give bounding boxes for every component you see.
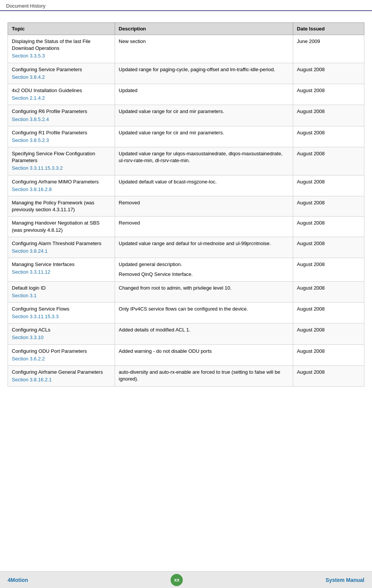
- topic-cell: Managing the Policy Framework (was previ…: [8, 196, 115, 217]
- description-text: Removed: [119, 199, 289, 206]
- description-text: Updated value range for ulqos-maxsustain…: [119, 150, 289, 164]
- description-cell: Added details of modified ACL 1.: [115, 323, 293, 344]
- topic-cell: 4x2 ODU Installation GuidelinesSection 2…: [8, 84, 115, 105]
- date-cell: August 2008: [293, 323, 364, 344]
- topic-cell: Configuring R1 Profile ParametersSection…: [8, 126, 115, 147]
- date-cell: August 2008: [293, 126, 364, 147]
- date-cell: August 2008: [293, 175, 364, 196]
- section-link[interactable]: Section 3.3.10: [12, 334, 111, 341]
- table-row: Specifying Service Flow Configuration Pa…: [8, 147, 364, 175]
- section-link[interactable]: Section 3.8.16.2.8: [12, 186, 111, 193]
- topic-text: Configuring Airframe General Parameters: [12, 369, 103, 375]
- section-link[interactable]: Section 3.6.2.2: [12, 355, 111, 362]
- date-cell: August 2008: [293, 237, 364, 258]
- topic-text: Configuring ODU Port Parameters: [12, 348, 87, 354]
- description-cell: Updated value range for ulqos-maxsustain…: [115, 147, 293, 175]
- date-cell: August 2008: [293, 196, 364, 217]
- section-link[interactable]: Section 3.8.24.1: [12, 248, 111, 255]
- section-link[interactable]: Section 3.8.5.2.3: [12, 137, 111, 144]
- table-row: Managing Handover Negotiation at SBS (wa…: [8, 217, 364, 237]
- footer-left-text: 4Motion: [8, 577, 28, 583]
- topic-text: 4x2 ODU Installation Guidelines: [12, 88, 82, 93]
- topic-text: Configuring Alarm Threshold Parameters: [12, 241, 101, 246]
- description-cell: Changed from root to admin, with privile…: [115, 281, 293, 302]
- section-link[interactable]: Section 3.8.16.2.1: [12, 376, 111, 383]
- table-row: Configuring ODU Port ParametersSection 3…: [8, 344, 364, 365]
- date-cell: August 2008: [293, 147, 364, 175]
- topic-cell: Managing Service InterfacesSection 3.3.1…: [8, 258, 115, 281]
- section-link[interactable]: Section 3.3.11.15.3.3.2: [12, 165, 111, 172]
- description-text: Updated default value of bcast-msgzone-l…: [119, 178, 289, 185]
- topic-text: Configuring Airframe MIMO Parameters: [12, 179, 99, 185]
- description-text: Updated: [119, 87, 289, 94]
- page-header: Document History: [0, 0, 372, 11]
- topic-text: Configuring Service Flows: [12, 306, 69, 312]
- date-cell: August 2008: [293, 217, 364, 237]
- topic-text: Configuring Service Parameters: [12, 67, 82, 72]
- description-text: Updated value range for cir and mir para…: [119, 108, 289, 115]
- description-cell: Updated value range and defaul for ul-me…: [115, 237, 293, 258]
- description-text: Updated value range for cir and mir para…: [119, 129, 289, 136]
- description-cell: Updated: [115, 84, 293, 105]
- date-cell: June 2009: [293, 35, 364, 63]
- topic-text: Configuring R6 Profile Parameters: [12, 108, 87, 114]
- topic-cell: Configuring Airframe MIMO ParametersSect…: [8, 175, 115, 196]
- table-row: Configuring Airframe General ParametersS…: [8, 366, 364, 387]
- table-row: Configuring Service ParametersSection 3.…: [8, 63, 364, 84]
- table-row: Configuring R1 Profile ParametersSection…: [8, 126, 364, 147]
- date-cell: August 2008: [293, 258, 364, 281]
- table-row: Displaying the Status of the last File D…: [8, 35, 364, 63]
- table-row: Configuring Airframe MIMO ParametersSect…: [8, 175, 364, 196]
- description-cell: New section: [115, 35, 293, 63]
- description-cell: Added warning - do not disable ODU ports: [115, 344, 293, 365]
- page-footer: 4Motion xx System Manual: [0, 571, 372, 588]
- description-text: auto-diversity and auto-rx-enable are fo…: [119, 369, 289, 382]
- col-header-topic: Topic: [8, 23, 115, 35]
- topic-cell: Displaying the Status of the last File D…: [8, 35, 115, 63]
- description-text: Removed: [119, 220, 289, 226]
- topic-text: Specifying Service Flow Configuration Pa…: [12, 151, 95, 163]
- description-cell: Updated value range for cir and mir para…: [115, 126, 293, 147]
- description-text: Only IPv4CS service flows can be configu…: [119, 306, 289, 312]
- description-text: Removed QinQ Service Interface.: [119, 271, 289, 278]
- table-row: Configuring Service FlowsSection 3.3.11.…: [8, 302, 364, 323]
- description-text: Added warning - do not disable ODU ports: [119, 348, 289, 355]
- document-history-table: Topic Description Date Issued Displaying…: [8, 22, 364, 387]
- section-link[interactable]: Section 3.8.5.2.4: [12, 116, 111, 123]
- description-cell: Updated value range for cir and mir para…: [115, 105, 293, 126]
- topic-text: Configuring ACLs: [12, 327, 50, 333]
- description-text: Changed from root to admin, with privile…: [119, 285, 289, 292]
- description-text: Added details of modified ACL 1.: [119, 327, 289, 333]
- topic-cell: Configuring Airframe General ParametersS…: [8, 366, 115, 387]
- description-text: Updated value range and defaul for ul-me…: [119, 240, 289, 247]
- table-row: Managing Service InterfacesSection 3.3.1…: [8, 258, 364, 281]
- section-link[interactable]: Section 2.1.4.2: [12, 95, 111, 102]
- date-cell: August 2008: [293, 105, 364, 126]
- description-text: New section: [119, 38, 289, 45]
- topic-cell: Configuring ACLsSection 3.3.10: [8, 323, 115, 344]
- document-history-title: Document History: [6, 3, 45, 9]
- topic-text: Configuring R1 Profile Parameters: [12, 130, 87, 135]
- section-link[interactable]: Section 3.1: [12, 292, 111, 299]
- date-cell: August 2008: [293, 63, 364, 84]
- topic-cell: Configuring ODU Port ParametersSection 3…: [8, 344, 115, 365]
- description-cell: Updated default value of bcast-msgzone-l…: [115, 175, 293, 196]
- topic-cell: Specifying Service Flow Configuration Pa…: [8, 147, 115, 175]
- section-link[interactable]: Section 3.3.5.3: [12, 53, 111, 59]
- topic-text: Managing the Policy Framework (was previ…: [12, 200, 94, 212]
- topic-cell: Configuring Alarm Threshold ParametersSe…: [8, 237, 115, 258]
- date-cell: August 2008: [293, 366, 364, 387]
- topic-cell: Configuring Service ParametersSection 3.…: [8, 63, 115, 84]
- description-cell: Updated range for paging-cycle, paging-o…: [115, 63, 293, 84]
- topic-cell: Configuring R6 Profile ParametersSection…: [8, 105, 115, 126]
- description-cell: Removed: [115, 196, 293, 217]
- table-row: Configuring Alarm Threshold ParametersSe…: [8, 237, 364, 258]
- table-row: Configuring R6 Profile ParametersSection…: [8, 105, 364, 126]
- description-cell: auto-diversity and auto-rx-enable are fo…: [115, 366, 293, 387]
- date-cell: August 2008: [293, 281, 364, 302]
- section-link[interactable]: Section 3.8.4.2: [12, 74, 111, 81]
- description-text: Updated range for paging-cycle, paging-o…: [119, 66, 289, 73]
- section-link[interactable]: Section 3.3.11.15.3.3: [12, 313, 111, 320]
- description-cell: Only IPv4CS service flows can be configu…: [115, 302, 293, 323]
- section-link[interactable]: Section 3.3.11.12: [12, 269, 111, 276]
